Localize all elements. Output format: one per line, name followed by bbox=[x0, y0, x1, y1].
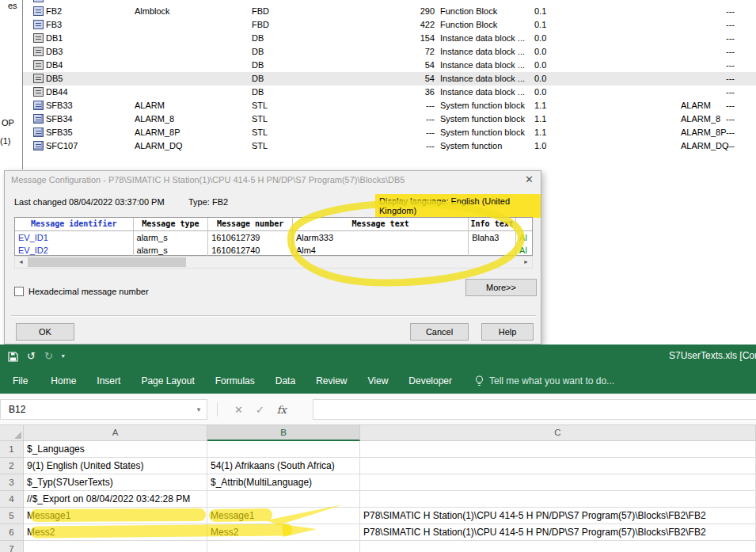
block-last: --- bbox=[726, 45, 735, 59]
block-name: DB3 bbox=[46, 45, 63, 59]
block-size: 54 bbox=[348, 59, 435, 72]
scroll-right-icon[interactable]: ► bbox=[520, 257, 532, 268]
redo-icon[interactable]: ↻ bbox=[44, 348, 53, 365]
cell-c4[interactable] bbox=[360, 491, 756, 508]
block-row[interactable]: FB3 FBD 422 Function Block 0.1 --- bbox=[23, 18, 756, 32]
cell-b2[interactable]: 54(1) Afrikaans (South Africa) bbox=[207, 458, 360, 474]
column-header-c[interactable]: C bbox=[360, 425, 756, 441]
cell-b1[interactable] bbox=[207, 441, 360, 458]
cell-b4[interactable] bbox=[207, 491, 360, 508]
row-header-6[interactable]: 6 bbox=[0, 524, 24, 541]
block-row[interactable]: SFB35 ALARM_8P STL --- System function b… bbox=[23, 126, 756, 139]
message-text[interactable]: Alarm333 bbox=[293, 231, 469, 244]
header-message-identifier[interactable]: Message identifier bbox=[15, 218, 134, 230]
block-last: --- bbox=[726, 5, 735, 18]
name-box-caret-icon[interactable]: ▾ bbox=[190, 399, 207, 420]
db-block-icon bbox=[33, 74, 44, 83]
tab-data[interactable]: Data bbox=[265, 368, 306, 394]
tell-me-label: Tell me what you want to do... bbox=[489, 375, 614, 386]
tell-me-box[interactable]: Tell me what you want to do... bbox=[475, 375, 614, 387]
info-text[interactable]: Blaha3 bbox=[469, 231, 516, 244]
message-text[interactable]: Alm4 bbox=[293, 244, 469, 257]
scroll-left-icon[interactable]: ◄ bbox=[15, 257, 27, 268]
row-header-2[interactable]: 2 bbox=[0, 458, 24, 474]
column-header-b[interactable]: B bbox=[207, 425, 360, 441]
cell-c6[interactable]: P78\SIMATIC H Station(1)\CPU 414-5 H PN/… bbox=[360, 524, 756, 541]
header-extra bbox=[516, 218, 532, 230]
row-header-4[interactable]: 4 bbox=[0, 491, 24, 508]
formula-input[interactable] bbox=[313, 399, 756, 420]
tab-insert[interactable]: Insert bbox=[86, 368, 131, 394]
block-row[interactable]: DB3 DB 72 Instance data block ... 0.0 --… bbox=[23, 45, 756, 59]
cell-b6[interactable]: Mess2 bbox=[207, 524, 360, 541]
enter-entry-icon[interactable]: ✓ bbox=[256, 404, 264, 416]
header-message-text[interactable]: Message text bbox=[293, 218, 469, 230]
cell-c5[interactable]: P78\SIMATIC H Station(1)\CPU 414-5 H PN/… bbox=[360, 508, 756, 524]
block-version: 0.0 bbox=[534, 72, 546, 86]
hexadecimal-checkbox[interactable]: Hexadecimal message number bbox=[14, 287, 149, 296]
block-last: --- bbox=[726, 32, 735, 45]
cell-b7[interactable] bbox=[207, 541, 360, 552]
row-header-5[interactable]: 5 bbox=[0, 508, 24, 524]
cell-c1[interactable] bbox=[360, 441, 756, 458]
save-icon[interactable] bbox=[8, 352, 18, 362]
undo-icon[interactable]: ↺ bbox=[27, 348, 36, 365]
cell-c2[interactable] bbox=[360, 458, 756, 474]
cell-a5[interactable]: Message1 bbox=[24, 508, 207, 524]
cancel-button[interactable]: Cancel bbox=[410, 323, 469, 341]
block-row[interactable]: SFB33 ALARM STL --- System function bloc… bbox=[23, 99, 756, 112]
block-row[interactable]: SFB34 ALARM_8 STL --- System function bl… bbox=[23, 112, 756, 126]
tab-home[interactable]: Home bbox=[40, 368, 86, 394]
scrollbar-thumb[interactable] bbox=[28, 257, 186, 267]
tab-view[interactable]: View bbox=[358, 368, 399, 394]
cell-c7[interactable] bbox=[360, 541, 756, 552]
block-row[interactable]: DB1 DB 154 Instance data block ... 0.0 -… bbox=[23, 32, 756, 45]
cancel-entry-icon[interactable]: ✕ bbox=[234, 404, 243, 416]
customize-toolbar-icon[interactable]: ▾ bbox=[62, 348, 65, 365]
block-row-selected[interactable]: DB5 DB 54 Instance data block ... 0.0 --… bbox=[23, 72, 756, 86]
name-box[interactable]: B12 bbox=[0, 399, 207, 420]
cell-a6[interactable]: Mess2 bbox=[24, 524, 207, 541]
more-button[interactable]: More>> bbox=[465, 279, 537, 296]
info-text[interactable] bbox=[469, 244, 516, 257]
cell-a1[interactable]: $_Languages bbox=[24, 441, 207, 458]
header-message-number[interactable]: Message number bbox=[208, 218, 293, 230]
checkbox-box[interactable] bbox=[14, 287, 24, 296]
header-message-type[interactable]: Message type bbox=[134, 218, 209, 230]
block-row[interactable]: DB4 DB 54 Instance data block ... 0.0 --… bbox=[23, 59, 756, 72]
row-header-1[interactable]: 1 bbox=[0, 441, 24, 458]
block-row[interactable]: FB2 Almblock FBD 290 Function Block 0.1 … bbox=[23, 5, 756, 18]
cell-b3[interactable]: $_Attrib(MultiLanguage) bbox=[207, 474, 360, 491]
tab-page-layout[interactable]: Page Layout bbox=[131, 368, 204, 394]
cell-a7[interactable] bbox=[24, 541, 207, 552]
cell-c3[interactable] bbox=[360, 474, 756, 491]
header-info-text[interactable]: Info text bbox=[469, 218, 516, 230]
block-name: DB44 bbox=[46, 86, 68, 99]
insert-function-icon[interactable]: fx bbox=[277, 404, 287, 416]
block-name: FB3 bbox=[46, 18, 62, 32]
horizontal-scrollbar[interactable]: ◄ ► bbox=[14, 256, 533, 268]
cell-a3[interactable]: $_Typ(S7UserTexts) bbox=[24, 474, 207, 491]
worksheet-grid: A B C 1 $_Languages 2 9(1) English (Unit… bbox=[0, 425, 756, 552]
close-icon[interactable]: ✕ bbox=[525, 173, 534, 185]
block-row[interactable]: DB44 DB 36 Instance data block ... 0.0 -… bbox=[23, 86, 756, 99]
block-row[interactable]: SFC107 ALARM_DQ STL --- System function … bbox=[23, 139, 756, 153]
cell-a4[interactable]: //$_Export on 08/04/2022 03:42:28 PM bbox=[24, 491, 207, 508]
help-button[interactable]: Help bbox=[481, 323, 534, 341]
tab-review[interactable]: Review bbox=[306, 368, 357, 394]
message-row[interactable]: EV_ID1 alarm_s 1610612739 Alarm333 Blaha… bbox=[15, 231, 532, 244]
tab-formulas[interactable]: Formulas bbox=[205, 368, 265, 394]
block-type: FBD bbox=[252, 18, 269, 32]
row-header-7[interactable]: 7 bbox=[0, 541, 24, 552]
block-type: FBD bbox=[252, 5, 269, 18]
message-row[interactable]: EV_ID2 alarm_s 1610612740 Alm4 Al bbox=[15, 244, 532, 257]
tab-file[interactable]: File bbox=[0, 368, 40, 394]
select-all-corner[interactable] bbox=[0, 425, 24, 441]
formula-buttons: ✕ ✓ fx bbox=[234, 399, 287, 420]
cell-a2[interactable]: 9(1) English (United States) bbox=[24, 458, 207, 474]
tab-developer[interactable]: Developer bbox=[398, 368, 462, 394]
ok-button[interactable]: OK bbox=[16, 323, 74, 341]
column-header-a[interactable]: A bbox=[24, 425, 207, 441]
row-header-3[interactable]: 3 bbox=[0, 474, 24, 491]
cell-b5[interactable]: Message1 bbox=[207, 508, 360, 524]
